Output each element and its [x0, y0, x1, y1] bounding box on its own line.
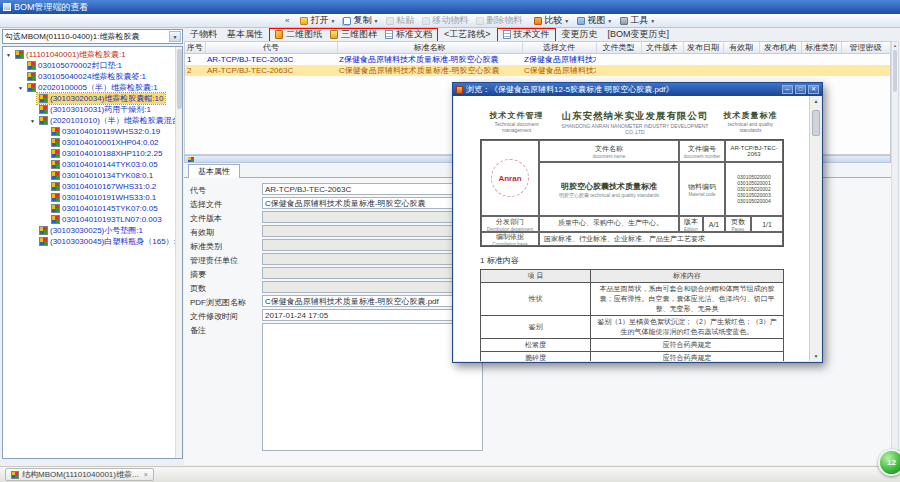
field-input[interactable] — [262, 239, 483, 251]
toolbar-button[interactable]: 粘贴 ▼ — [382, 14, 418, 27]
tree-item-content[interactable]: (30103030025)小号垫圈:1 — [37, 225, 145, 236]
tree-item[interactable]: 030104010001XHP04:0.02 — [3, 137, 182, 148]
field-input[interactable] — [262, 267, 483, 279]
tree-expander-icon[interactable]: ▼ — [28, 118, 37, 124]
tree-item[interactable]: 030104010119WHS32:0.19 — [3, 126, 182, 137]
tree-item[interactable]: (30103020034)维萘检胶囊帽:10 — [3, 93, 182, 104]
tree-item-content[interactable]: 030104010188XHP110:2.25 — [49, 149, 164, 158]
scroll-down-icon[interactable]: ▼ — [810, 353, 821, 359]
field-input[interactable]: AR-TCP/BJ-TEC-2063C — [262, 183, 483, 195]
tab-item[interactable]: <工艺路线> — [440, 28, 495, 41]
field-input[interactable] — [262, 253, 483, 265]
table-column-header[interactable]: 代号 — [205, 42, 337, 54]
tree-item[interactable]: 030105070002封口垫:1 — [3, 60, 182, 71]
table-column-header[interactable]: 序号 — [185, 42, 205, 54]
table-column-header[interactable]: 文件类型 — [596, 42, 641, 54]
tree-item-content[interactable]: 030104010119WHS32:0.19 — [49, 127, 162, 136]
tree-scrollbar-thumb[interactable] — [177, 49, 182, 109]
tree-item-content[interactable]: (30103030045)白塑料瓶身（165）:1 — [37, 236, 182, 247]
main-scrollbar-thumb[interactable] — [893, 50, 897, 92]
tree-item-content[interactable]: (2020101010)（半）维萘检胶囊混合:0.027 — [37, 115, 183, 126]
statusbar-bom-tab[interactable]: 结构MBOM(11101040001)维萘... × — [5, 468, 154, 481]
toolbar-button[interactable]: 删除物料 ▼ — [472, 14, 526, 27]
table-column-header[interactable]: 有效期 — [723, 42, 759, 54]
close-button[interactable]: ✕ — [808, 85, 819, 94]
tree-item[interactable]: 030104010167WHS31:0.2 — [3, 181, 182, 192]
table-column-header[interactable]: 标准名称 — [337, 42, 522, 54]
tree-expander-icon[interactable]: ▼ — [4, 52, 13, 58]
tree-item-content[interactable]: 030104010134TYK08:0.1 — [49, 171, 155, 180]
tree-expander-icon[interactable]: ▼ — [16, 85, 25, 91]
popup-titlebar[interactable]: 浏览：《保健食品原辅料12-5胶囊标准 明胶空心胶囊.pdf》 ─ □ ✕ — [453, 83, 822, 96]
tree-item[interactable]: ▼ (11101040001)维萘检胶囊:1 — [3, 49, 182, 60]
table-column-header[interactable]: 管理密级 — [841, 42, 890, 54]
main-scrollbar[interactable]: ▲ ▼ — [891, 41, 899, 465]
bom-selector[interactable]: 勾选MBOM(01110-0400)1:维萘检胶囊 ▼ — [2, 29, 183, 44]
collapse-toolbar-button[interactable]: « — [282, 16, 292, 25]
tab-basic-properties[interactable]: 基本属性 — [188, 164, 240, 178]
tab-item[interactable]: 标准文档 — [381, 28, 436, 41]
tree-item-content[interactable]: (30103010031)药用干燥剂:1 — [37, 104, 153, 115]
table-row[interactable]: 1AR-TCP/BJ-TEC-2063CZ保健食品原辅料技术质量标准-明胶空心胶… — [185, 54, 890, 66]
tab-item[interactable]: 技术文件 — [499, 28, 554, 41]
tree-item-content[interactable]: 030105040024维萘检胶囊签:1 — [25, 71, 148, 82]
toolbar-button[interactable]: 比较 ▼ — [530, 14, 573, 27]
tree-item-content[interactable]: 030104010167WHS31:0.2 — [49, 182, 158, 191]
chevron-down-icon[interactable]: ▼ — [169, 31, 181, 42]
field-input[interactable]: C保健食品原辅料技术质量标准-明胶空心胶囊.pdf — [262, 295, 483, 307]
tree-item-content[interactable]: 030104010191WHS33:0.1 — [49, 193, 158, 202]
toolbar-button[interactable]: 打开 ▼ — [296, 14, 339, 27]
toolbar-button[interactable]: 视图 ▼ — [573, 14, 616, 27]
tree-item[interactable]: (30103010031)药用干燥剂:1 — [3, 104, 182, 115]
tree-item-content[interactable]: 030104010001XHP04:0.02 — [49, 138, 161, 147]
tree-item-content[interactable]: 030104010144TYK03:0.05 — [49, 160, 160, 169]
tab-item[interactable]: 二维图纸 — [271, 28, 326, 41]
table-column-header[interactable]: 发布机构 — [759, 42, 801, 54]
scroll-up-icon[interactable]: ▲ — [892, 43, 898, 48]
tree-item-content[interactable]: (30103020034)维萘检胶囊帽:10 — [37, 93, 165, 104]
tree-item[interactable]: (30103030045)白塑料瓶身（165）:1 — [3, 236, 182, 247]
close-icon[interactable]: × — [144, 471, 148, 478]
tree-item[interactable]: 030104010134TYK08:0.1 — [3, 170, 182, 181]
maximize-button[interactable]: □ — [795, 85, 806, 94]
field-input[interactable]: C保健食品原辅料技术质量标准-明胶空心胶囊 — [262, 197, 483, 209]
tree-item[interactable]: ▼ 02020100005（半）维萘检胶囊:1 — [3, 82, 182, 93]
table-column-header[interactable]: 选择文件 — [522, 42, 596, 54]
tab-item[interactable]: [BOM变更历史] — [604, 28, 674, 41]
tree-item-content[interactable]: (11101040001)维萘检胶囊:1 — [13, 49, 128, 60]
minimize-button[interactable]: ─ — [782, 85, 793, 94]
field-input[interactable] — [262, 323, 483, 451]
tree-item[interactable]: ▼ (2020101010)（半）维萘检胶囊混合:0.027 — [3, 115, 182, 126]
table-column-header[interactable]: 发布日期 — [683, 42, 723, 54]
tree-item-content[interactable]: 030104010145TYK07:0.05 — [49, 204, 160, 213]
field-input[interactable]: 2017-01-24 17:05 — [262, 309, 483, 321]
tree-item[interactable]: 030104010144TYK03:0.05 — [3, 159, 182, 170]
tree-item[interactable]: 030104010145TYK07:0.05 — [3, 203, 182, 214]
tree-item[interactable]: 030104010193TLN07:0.003 — [3, 214, 182, 225]
tree-item-content[interactable]: 030104010193TLN07:0.003 — [49, 215, 164, 224]
toolbar-button[interactable]: 工具 ▼ — [616, 14, 659, 27]
field-input[interactable] — [262, 225, 483, 237]
tab-item[interactable]: 子物料 — [186, 28, 221, 41]
field-input[interactable] — [262, 281, 483, 293]
popup-scrollbar[interactable]: ▲ ▼ — [809, 96, 821, 361]
tree-item-content[interactable]: 02020100005（半）维萘检胶囊:1 — [25, 82, 160, 93]
notification-badge[interactable]: 12 — [878, 449, 900, 476]
tab-item[interactable]: 三维图样 — [326, 28, 381, 41]
table-column-header[interactable]: 标准类别 — [801, 42, 841, 54]
tree-scrollbar[interactable] — [175, 47, 182, 458]
tree-item[interactable]: 030104010191WHS33:0.1 — [3, 192, 182, 203]
toolbar-button[interactable]: 移动物料 ▼ — [418, 14, 472, 27]
table-column-header[interactable]: 文件版本 — [641, 42, 683, 54]
toolbar-button[interactable]: 复制 ▼ — [339, 14, 382, 27]
tab-item[interactable]: 变更历史 — [558, 28, 602, 41]
popup-scrollbar-thumb[interactable] — [812, 110, 820, 136]
scroll-up-icon[interactable]: ▲ — [810, 98, 821, 104]
table-row[interactable]: 2AR-TCP/BJ-TEC-2063CC保健食品原辅料技术质量标准-明胶空心胶… — [185, 65, 890, 76]
tree-item[interactable]: 030104010188XHP110:2.25 — [3, 148, 182, 159]
tree-item[interactable]: (30103030025)小号垫圈:1 — [3, 225, 182, 236]
tree-item[interactable]: 030105040024维萘检胶囊签:1 — [3, 71, 182, 82]
tree-item-content[interactable]: 030105070002封口垫:1 — [25, 60, 124, 71]
field-input[interactable] — [262, 211, 483, 223]
tab-item[interactable]: 基本属性 — [223, 28, 267, 41]
